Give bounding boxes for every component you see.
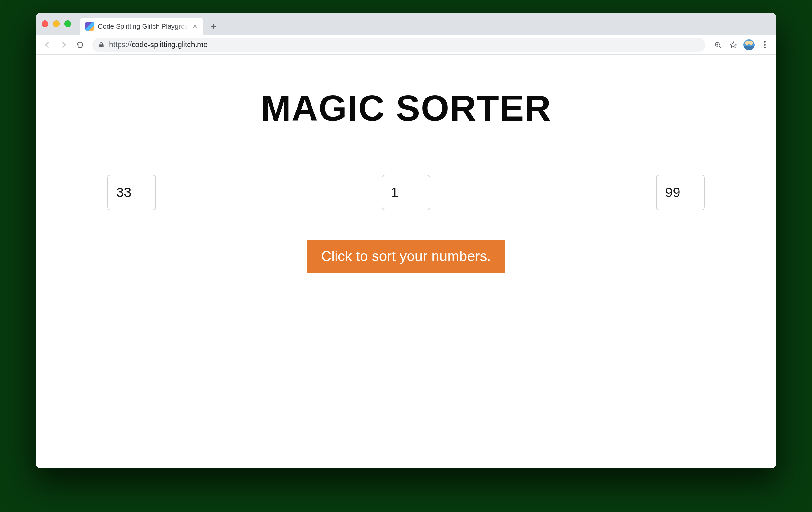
star-icon[interactable] [726,38,741,52]
forward-button[interactable] [57,38,71,52]
profile-avatar[interactable] [742,38,756,52]
browser-toolbar: https://code-splitting.glitch.me [36,35,776,55]
back-button[interactable] [40,38,55,52]
number-inputs-row [36,174,776,210]
lock-icon [98,42,105,48]
window-minimize-button[interactable] [53,21,60,27]
number-input-3[interactable] [656,174,705,210]
zoom-icon[interactable] [710,38,725,52]
address-bar[interactable]: https://code-splitting.glitch.me [92,38,705,52]
avatar-icon [744,39,755,50]
reload-button[interactable] [73,38,87,52]
url-text: https://code-splitting.glitch.me [109,40,207,49]
number-input-1[interactable] [107,174,156,210]
window-close-button[interactable] [41,21,49,27]
window-zoom-button[interactable] [64,21,71,27]
favicon-icon [85,22,94,31]
toolbar-right [710,38,772,52]
tab-title: Code Splitting Glitch Playground [98,22,188,30]
tab-strip: Code Splitting Glitch Playground [36,13,776,35]
menu-button[interactable] [757,38,772,52]
browser-window: Code Splitting Glitch Playground https:/… [36,13,776,468]
window-controls [41,21,71,27]
page-content: MAGIC SORTER Click to sort your numbers. [36,55,776,468]
number-input-2[interactable] [382,174,430,210]
close-icon[interactable] [192,23,198,29]
page-title: MAGIC SORTER [260,87,551,129]
browser-tab[interactable]: Code Splitting Glitch Playground [80,18,203,35]
new-tab-button[interactable] [208,21,219,32]
sort-button[interactable]: Click to sort your numbers. [307,240,505,273]
